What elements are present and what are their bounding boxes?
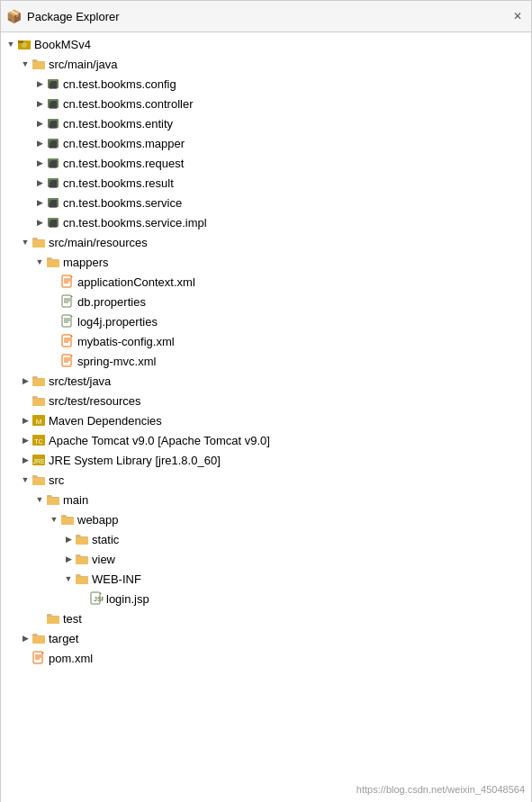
tree-item-login-jsp[interactable]: JSPlogin.jsp xyxy=(1,589,531,608)
tree-item-cn-result[interactable]: ⬛cn.test.bookms.result xyxy=(1,173,531,193)
tree-item-cn-request[interactable]: ⬛cn.test.bookms.request xyxy=(1,153,531,173)
tree-item-test[interactable]: test xyxy=(1,608,531,628)
properties-icon-db-props xyxy=(60,294,75,309)
item-label-spring-mvc: spring-mvc.xml xyxy=(77,355,156,368)
tree-item-cn-service-impl[interactable]: ⬛cn.test.bookms.service.impl xyxy=(1,212,531,232)
mavendep-icon-maven-dep: M xyxy=(32,413,46,428)
item-label-appcontext: applicationContext.xml xyxy=(77,275,195,289)
xml-icon-spring-mvc xyxy=(60,354,75,368)
tree-item-appcontext[interactable]: applicationContext.xml xyxy=(1,272,531,292)
svg-text:⬛: ⬛ xyxy=(49,80,58,89)
project-icon-bookmsv4 xyxy=(17,37,32,51)
file-tree: BookMSv4src/main/java⬛cn.test.bookms.con… xyxy=(1,32,531,802)
package-icon-cn-result: ⬛ xyxy=(46,176,60,190)
tree-item-jre[interactable]: JREJRE System Library [jre1.8.0_60] xyxy=(1,450,531,470)
item-label-cn-controller: cn.test.bookms.controller xyxy=(63,97,194,111)
folder-icon-src-test-java xyxy=(32,374,46,388)
item-label-cn-config: cn.test.bookms.config xyxy=(63,77,176,91)
tree-item-webapp[interactable]: webapp xyxy=(1,509,531,529)
tree-item-main[interactable]: main xyxy=(1,490,531,509)
tree-item-src-test-resources[interactable]: src/test/resources xyxy=(1,391,531,410)
item-label-webapp: webapp xyxy=(77,513,119,527)
item-label-mappers: mappers xyxy=(63,256,109,269)
expand-arrow-static[interactable] xyxy=(62,535,75,544)
expand-arrow-src-test-java[interactable] xyxy=(19,376,32,385)
tree-item-cn-entity[interactable]: ⬛cn.test.bookms.entity xyxy=(1,113,531,133)
svg-text:⬛: ⬛ xyxy=(49,199,58,208)
tree-item-cn-controller[interactable]: ⬛cn.test.bookms.controller xyxy=(1,94,531,113)
item-label-src-main-resources: src/main/resources xyxy=(49,236,148,249)
item-label-bookmsv4: BookMSv4 xyxy=(34,38,91,51)
tree-item-src-test-java[interactable]: src/test/java xyxy=(1,371,531,391)
expand-arrow-bookmsv4[interactable] xyxy=(5,40,17,49)
tree-item-src[interactable]: src xyxy=(1,470,531,490)
tree-item-tomcat[interactable]: TCApache Tomcat v9.0 [Apache Tomcat v9.0… xyxy=(1,430,531,450)
tree-item-cn-config[interactable]: ⬛cn.test.bookms.config xyxy=(1,74,531,94)
expand-arrow-cn-service-impl[interactable] xyxy=(33,218,46,227)
expand-arrow-cn-service[interactable] xyxy=(33,198,46,207)
item-label-jre: JRE System Library [jre1.8.0_60] xyxy=(49,454,221,467)
item-label-src-test-resources: src/test/resources xyxy=(49,394,141,408)
package-icon-cn-mapper: ⬛ xyxy=(46,136,60,150)
expand-arrow-mappers[interactable] xyxy=(33,257,46,266)
tree-item-mybatis[interactable]: mybatis-config.xml xyxy=(1,331,531,351)
expand-arrow-src-main-java[interactable] xyxy=(19,59,32,68)
expand-arrow-tomcat[interactable] xyxy=(19,436,32,445)
tree-item-cn-mapper[interactable]: ⬛cn.test.bookms.mapper xyxy=(1,133,531,153)
tree-item-pom-xml[interactable]: pom.xml xyxy=(1,648,531,668)
jsp-icon-login-jsp: JSP xyxy=(89,591,104,606)
expand-arrow-cn-controller[interactable] xyxy=(33,99,46,108)
expand-arrow-web-inf[interactable] xyxy=(62,574,75,583)
jre-icon-jre: JRE xyxy=(32,453,46,467)
expand-arrow-cn-mapper[interactable] xyxy=(33,139,46,148)
tomcat-icon-tomcat: TC xyxy=(32,433,46,447)
expand-arrow-view[interactable] xyxy=(62,554,75,563)
expand-arrow-target[interactable] xyxy=(19,634,32,643)
tree-item-db-props[interactable]: db.properties xyxy=(1,292,531,311)
item-label-static: static xyxy=(92,533,119,546)
tree-item-log4j[interactable]: log4j.properties xyxy=(1,311,531,331)
folder-icon-src-main-java xyxy=(32,57,46,71)
folder-icon-static xyxy=(75,532,89,546)
svg-rect-1 xyxy=(18,41,23,43)
item-label-cn-entity: cn.test.bookms.entity xyxy=(63,117,173,131)
item-label-test: test xyxy=(63,612,82,626)
xml-icon-mybatis xyxy=(60,334,75,348)
package-explorer-panel: 📦 Package Explorer ✕ BookMSv4src/main/ja… xyxy=(0,0,532,802)
item-label-src-test-java: src/test/java xyxy=(49,374,111,388)
expand-arrow-cn-request[interactable] xyxy=(33,158,46,167)
svg-text:M: M xyxy=(36,418,42,426)
tree-item-static[interactable]: static xyxy=(1,529,531,549)
tree-item-src-main-java[interactable]: src/main/java xyxy=(1,54,531,74)
expand-arrow-src-main-resources[interactable] xyxy=(19,238,32,247)
item-label-mybatis: mybatis-config.xml xyxy=(77,335,175,348)
expand-arrow-src[interactable] xyxy=(19,475,32,484)
expand-arrow-webapp[interactable] xyxy=(48,515,60,524)
tree-item-view[interactable]: view xyxy=(1,549,531,569)
package-icon-cn-entity: ⬛ xyxy=(46,116,60,131)
expand-arrow-cn-entity[interactable] xyxy=(33,119,46,128)
expand-arrow-jre[interactable] xyxy=(19,455,32,464)
tree-item-target[interactable]: target xyxy=(1,628,531,648)
expand-arrow-cn-result[interactable] xyxy=(33,178,46,187)
tree-item-maven-dep[interactable]: MMaven Dependencies xyxy=(1,410,531,430)
item-label-cn-result: cn.test.bookms.result xyxy=(63,176,174,190)
tree-item-web-inf[interactable]: WEB-INF xyxy=(1,569,531,589)
expand-arrow-main[interactable] xyxy=(33,495,46,504)
svg-text:⬛: ⬛ xyxy=(49,120,58,129)
folder-icon-test xyxy=(46,611,60,626)
properties-icon-log4j xyxy=(60,314,75,329)
expand-arrow-maven-dep[interactable] xyxy=(19,416,32,425)
tree-item-cn-service[interactable]: ⬛cn.test.bookms.service xyxy=(1,193,531,212)
item-label-log4j: log4j.properties xyxy=(77,315,158,329)
package-icon-cn-service: ⬛ xyxy=(46,195,60,210)
item-label-login-jsp: login.jsp xyxy=(106,592,149,606)
tree-item-src-main-resources[interactable]: src/main/resources xyxy=(1,232,531,252)
tree-item-spring-mvc[interactable]: spring-mvc.xml xyxy=(1,351,531,371)
tree-item-bookmsv4[interactable]: BookMSv4 xyxy=(1,34,531,54)
expand-arrow-cn-config[interactable] xyxy=(33,79,46,88)
close-icon[interactable]: ✕ xyxy=(509,8,526,24)
item-label-pom-xml: pom.xml xyxy=(49,652,93,665)
tree-item-mappers[interactable]: mappers xyxy=(1,252,531,272)
panel-title: Package Explorer xyxy=(27,10,504,23)
